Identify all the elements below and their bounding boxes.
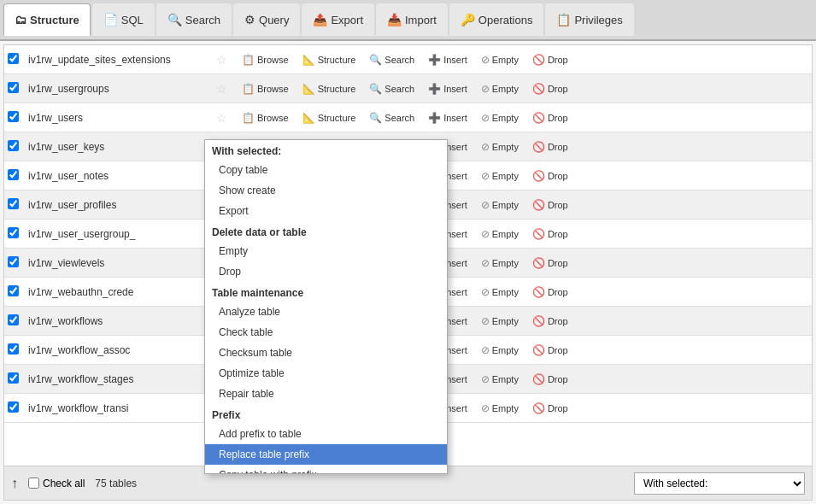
row-checkbox[interactable] <box>8 53 19 64</box>
nav-tab-privileges[interactable]: 📋Privileges <box>545 3 633 36</box>
action-drop[interactable]: 🚫Drop <box>527 372 573 387</box>
action-empty[interactable]: ⊘Empty <box>476 81 524 97</box>
nav-tab-import[interactable]: 📥Import <box>376 3 448 36</box>
action-drop[interactable]: 🚫Drop <box>527 314 573 329</box>
row-table-name[interactable]: iv1rw_user_usergroup_ <box>28 228 216 240</box>
row-checkbox[interactable] <box>8 285 19 296</box>
action-insert[interactable]: ➕Insert <box>423 81 473 97</box>
row-table-name[interactable]: iv1rw_webauthn_crede <box>28 286 216 298</box>
action-drop[interactable]: 🚫Drop <box>527 255 573 271</box>
nav-tab-sql[interactable]: 📄SQL <box>92 3 155 36</box>
action-browse[interactable]: 📋Browse <box>237 81 294 97</box>
row-table-name[interactable]: iv1rw_workflow_transi <box>28 402 216 414</box>
action-empty[interactable]: ⊘Empty <box>476 168 524 184</box>
row-checkbox[interactable] <box>8 372 19 384</box>
action-empty[interactable]: ⊘Empty <box>476 52 524 67</box>
menu-item[interactable]: Copy table <box>205 160 447 180</box>
empty-icon: ⊘ <box>481 199 490 211</box>
row-table-name[interactable]: iv1rw_update_sites_extensions <box>28 54 216 66</box>
action-search[interactable]: 🔍Search <box>364 110 420 126</box>
row-table-name[interactable]: iv1rw_workflow_assoc <box>28 344 216 356</box>
row-star-icon[interactable]: ☆ <box>216 111 237 125</box>
nav-tab-operations[interactable]: 🔑Operations <box>449 3 544 36</box>
action-drop[interactable]: 🚫Drop <box>527 81 573 97</box>
menu-item[interactable]: Repair table <box>205 384 447 404</box>
menu-item[interactable]: Checksum table <box>205 343 447 363</box>
nav-tab-search[interactable]: 🔍Search <box>156 3 232 36</box>
action-empty[interactable]: ⊘Empty <box>476 139 524 155</box>
action-drop[interactable]: 🚫Drop <box>527 284 573 300</box>
action-structure[interactable]: 📐Structure <box>297 52 361 67</box>
action-drop[interactable]: 🚫Drop <box>527 110 573 126</box>
action-empty[interactable]: ⊘Empty <box>476 197 524 213</box>
row-table-name[interactable]: iv1rw_viewlevels <box>28 257 216 269</box>
action-empty[interactable]: ⊘Empty <box>476 401 524 416</box>
scroll-up-arrow[interactable]: ↑ <box>11 476 18 491</box>
action-insert[interactable]: ➕Insert <box>423 110 473 126</box>
menu-item[interactable]: Check table <box>205 322 447 343</box>
action-drop[interactable]: 🚫Drop <box>527 343 573 358</box>
action-empty[interactable]: ⊘Empty <box>476 110 524 126</box>
check-all-container[interactable]: Check all <box>28 478 85 489</box>
menu-item[interactable]: Copy table with prefix <box>205 465 447 473</box>
action-drop[interactable]: 🚫Drop <box>527 139 573 155</box>
row-checkbox[interactable] <box>8 169 19 180</box>
action-empty[interactable]: ⊘Empty <box>476 284 524 300</box>
row-checkbox[interactable] <box>8 256 19 267</box>
action-drop[interactable]: 🚫Drop <box>527 226 573 242</box>
menu-item[interactable]: Empty <box>205 241 447 261</box>
action-browse[interactable]: 📋Browse <box>237 52 294 67</box>
action-search[interactable]: 🔍Search <box>364 52 420 67</box>
row-table-name[interactable]: iv1rw_user_keys <box>28 141 216 153</box>
row-table-name[interactable]: iv1rw_workflow_stages <box>28 373 216 385</box>
menu-item[interactable]: Drop <box>205 261 447 282</box>
row-table-name[interactable]: iv1rw_usergroups <box>28 83 216 95</box>
check-all-label[interactable]: Check all <box>43 478 85 489</box>
action-insert[interactable]: ➕Insert <box>423 52 473 67</box>
row-checkbox[interactable] <box>8 401 19 413</box>
action-structure[interactable]: 📐Structure <box>297 110 361 126</box>
menu-item[interactable]: Export <box>205 201 447 221</box>
row-star-icon[interactable]: ☆ <box>216 53 237 67</box>
row-checkbox[interactable] <box>8 227 19 238</box>
menu-item[interactable]: Replace table prefix <box>205 444 447 465</box>
empty-icon: ⊘ <box>481 112 490 124</box>
check-all-checkbox[interactable] <box>28 478 39 489</box>
nav-tab-structure[interactable]: 🗂Structure <box>3 3 91 36</box>
action-empty[interactable]: ⊘Empty <box>476 226 524 242</box>
drop-icon: 🚫 <box>532 315 545 327</box>
action-empty[interactable]: ⊘Empty <box>476 372 524 387</box>
privileges-tab-icon: 📋 <box>556 13 571 26</box>
nav-tab-query[interactable]: ⚙Query <box>233 3 300 36</box>
action-empty[interactable]: ⊘Empty <box>476 343 524 358</box>
row-star-icon[interactable]: ☆ <box>216 82 237 96</box>
row-table-name[interactable]: iv1rw_users <box>28 112 216 124</box>
empty-label: Empty <box>492 142 519 152</box>
row-checkbox[interactable] <box>8 343 19 355</box>
action-browse[interactable]: 📋Browse <box>237 110 294 126</box>
action-structure[interactable]: 📐Structure <box>297 81 361 97</box>
action-drop[interactable]: 🚫Drop <box>527 168 573 184</box>
menu-item[interactable]: Show create <box>205 180 447 201</box>
action-search[interactable]: 🔍Search <box>364 81 420 97</box>
row-table-name[interactable]: iv1rw_user_notes <box>28 170 216 182</box>
nav-tab-export[interactable]: 📤Export <box>302 3 374 36</box>
action-empty[interactable]: ⊘Empty <box>476 314 524 329</box>
row-table-name[interactable]: iv1rw_user_profiles <box>28 199 216 211</box>
with-selected-dropdown[interactable]: With selected: <box>634 472 805 495</box>
menu-item[interactable]: Analyze table <box>205 302 447 322</box>
action-drop[interactable]: 🚫Drop <box>527 197 573 213</box>
menu-item[interactable]: Optimize table <box>205 363 447 384</box>
action-drop[interactable]: 🚫Drop <box>527 401 573 416</box>
row-checkbox[interactable] <box>8 314 19 325</box>
menu-item[interactable]: Add prefix to table <box>205 424 447 444</box>
empty-label: Empty <box>492 113 519 123</box>
row-table-name[interactable]: iv1rw_workflows <box>28 315 216 327</box>
action-empty[interactable]: ⊘Empty <box>476 255 524 271</box>
row-checkbox[interactable] <box>8 198 19 209</box>
row-checkbox[interactable] <box>8 140 19 151</box>
row-checkbox[interactable] <box>8 82 19 93</box>
action-drop[interactable]: 🚫Drop <box>527 52 573 67</box>
top-navigation: 🗂Structure📄SQL🔍Search⚙Query📤Export📥Impor… <box>0 0 816 41</box>
row-checkbox[interactable] <box>8 111 19 122</box>
